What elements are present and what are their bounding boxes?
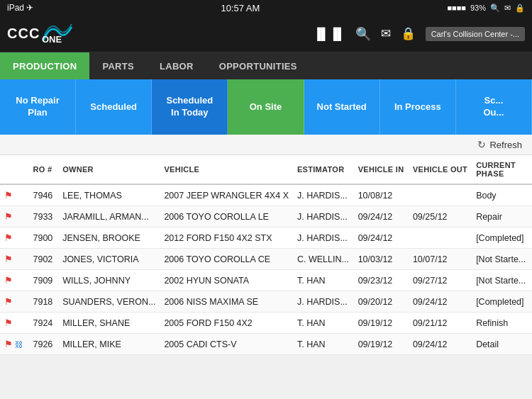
table-row[interactable]: ⚑7924MILLER, SHANE2005 FORD F150 4X2T. H… [0, 313, 532, 334]
wf-tile-scheduled-out[interactable]: Sc...Ou... [456, 79, 532, 135]
refresh-label: Refresh [489, 140, 522, 150]
ro-number: 7946 [29, 184, 59, 206]
col-header-vehicle: VEHICLE [160, 155, 293, 184]
vehicle-name: 2005 FORD F150 4X2 [160, 313, 293, 334]
vehicle-in-date: 10/08/12 [354, 184, 409, 206]
vehicle-name: 2007 JEEP WRANGLER 4X4 X [160, 184, 293, 206]
logo-wave-icon: ONE [40, 21, 79, 44]
ro-number: 7900 [29, 227, 59, 249]
vehicle-in-date: 09/20/12 [354, 291, 409, 313]
nav-tab-opportunities[interactable]: OPPORTUNITIES [206, 52, 310, 79]
vehicle-out-date [409, 227, 472, 249]
flag-icon: ⚑ [4, 232, 13, 243]
owner-name: JONES, VICTORIA [58, 249, 160, 270]
row-icons: ⚑ [0, 270, 29, 291]
col-header-vehicle-out: VEHICLE OUT [409, 155, 472, 184]
estimator-name: C. WELLIN... [293, 249, 354, 270]
battery-percent: 93% [470, 4, 486, 12]
vehicle-name: 2006 TOYO COROLLA LE [160, 206, 293, 227]
wf-tile-on-site[interactable]: On Site [228, 79, 304, 135]
vehicle-out-date: 09/25/12 [409, 206, 472, 227]
search-icon[interactable]: 🔍 [490, 4, 500, 13]
owner-name: WILLS, JOHNNY [58, 270, 160, 291]
mail-header-icon[interactable]: ✉ [381, 26, 391, 41]
refresh-button[interactable]: ↻ Refresh [477, 139, 522, 150]
ro-number: 7902 [29, 249, 59, 270]
vehicle-in-date: 10/03/12 [354, 249, 409, 270]
jobs-table: RO # OWNER VEHICLE ESTIMATOR VEHICLE IN … [0, 155, 532, 355]
col-header-phase: CURRENTPHASE [472, 155, 532, 184]
table-row[interactable]: ⚑ ⛓7926MILLER, MIKE2005 CADI CTS-VT. HAN… [0, 334, 532, 355]
vehicle-in-date: 09/23/12 [354, 270, 409, 291]
flag-icon: ⚑ [4, 317, 13, 328]
flag-icon: ⚑ [4, 296, 13, 307]
lock-header-icon[interactable]: 🔒 [401, 26, 416, 41]
table-row[interactable]: ⚑7909WILLS, JOHNNY2002 HYUN SONATAT. HAN… [0, 270, 532, 291]
row-icons: ⚑ ⛓ [0, 334, 29, 355]
col-header-ro-num: RO # [29, 155, 59, 184]
wf-tile-not-started[interactable]: Not Started [304, 79, 380, 135]
ro-number: 7933 [29, 206, 59, 227]
flag-icon: ⚑ [4, 254, 13, 264]
wf-tile-scheduled[interactable]: Scheduled [76, 79, 152, 135]
barcode-icon[interactable]: ▐▌▐▌ [313, 28, 345, 40]
flag-icon: ⚑ [4, 190, 13, 201]
nav-tab-parts[interactable]: PARTS [89, 52, 147, 79]
row-icons: ⚑ [0, 227, 29, 249]
owner-name: JARAMILL, ARMAN... [58, 206, 160, 227]
row-icons: ⚑ [0, 291, 29, 313]
owner-name: MILLER, SHANE [58, 313, 160, 334]
row-icons: ⚑ [0, 206, 29, 227]
row-icons: ⚑ [0, 184, 29, 206]
header-actions: ▐▌▐▌ 🔍 ✉ 🔒 Carl's Collision Center -... [313, 26, 525, 42]
estimator-name: J. HARDIS... [293, 206, 354, 227]
status-time: 10:57 AM [221, 3, 260, 13]
device-label: iPad ✈ [7, 3, 33, 13]
battery-bar-icon: ■■■■ [447, 4, 466, 12]
search-header-icon[interactable]: 🔍 [355, 26, 371, 42]
flag-icon: ⚑ [4, 339, 13, 349]
link-icon: ⛓ [15, 340, 23, 349]
store-label[interactable]: Carl's Collision Center -... [426, 27, 525, 41]
table-row[interactable]: ⚑7946LEE, THOMAS2007 JEEP WRANGLER 4X4 X… [0, 184, 532, 206]
logo-area: CCC ONE [7, 21, 79, 47]
table-row[interactable]: ⚑7933JARAMILL, ARMAN...2006 TOYO COROLLA… [0, 206, 532, 227]
table-toolbar: ↻ Refresh [0, 135, 532, 155]
vehicle-in-date: 09/19/12 [354, 334, 409, 355]
ro-number: 7918 [29, 291, 59, 313]
owner-name: LEE, THOMAS [58, 184, 160, 206]
vehicle-in-date: 09/24/12 [354, 227, 409, 249]
current-phase: [Completed] [472, 227, 532, 249]
ro-number: 7924 [29, 313, 59, 334]
nav-tab-labor[interactable]: LABOR [147, 52, 206, 79]
wf-tile-in-process[interactable]: In Process [380, 79, 456, 135]
table-header-row: RO # OWNER VEHICLE ESTIMATOR VEHICLE IN … [0, 155, 532, 184]
col-header-ro [0, 155, 29, 184]
lock-icon[interactable]: 🔒 [515, 4, 525, 13]
ro-number: 7909 [29, 270, 59, 291]
estimator-name: T. HAN [293, 270, 354, 291]
current-phase: Detail [472, 334, 532, 355]
vehicle-in-date: 09/19/12 [354, 313, 409, 334]
current-phase: Repair [472, 206, 532, 227]
current-phase: Refinish [472, 313, 532, 334]
table-area: ↻ Refresh RO # OWNER VEHICLE ESTIMATOR V… [0, 135, 532, 355]
vehicle-out-date: 09/24/12 [409, 334, 472, 355]
mail-icon[interactable]: ✉ [504, 4, 511, 13]
vehicle-out-date: 09/24/12 [409, 291, 472, 313]
workflow-strip: No Repair PlanScheduledScheduledIn Today… [0, 79, 532, 135]
vehicle-out-date: 10/07/12 [409, 249, 472, 270]
table-row[interactable]: ⚑7900JENSEN, BROOKE2012 FORD F150 4X2 ST… [0, 227, 532, 249]
row-icons: ⚑ [0, 313, 29, 334]
owner-name: SUANDERS, VERON... [58, 291, 160, 313]
table-row[interactable]: ⚑7918SUANDERS, VERON...2006 NISS MAXIMA … [0, 291, 532, 313]
nav-tab-production[interactable]: PRODUCTION [0, 52, 89, 79]
table-row[interactable]: ⚑7902JONES, VICTORIA2006 TOYO COROLLA CE… [0, 249, 532, 270]
status-right: ■■■■ 93% 🔍 ✉ 🔒 [447, 4, 525, 13]
owner-name: JENSEN, BROOKE [58, 227, 160, 249]
nav-tabs: PRODUCTIONPARTSLABOROPPORTUNITIES [0, 52, 532, 79]
current-phase: [Not Starte... [472, 249, 532, 270]
estimator-name: J. HARDIS... [293, 291, 354, 313]
wf-tile-scheduled-in-today[interactable]: ScheduledIn Today [152, 79, 228, 135]
wf-tile-no-repair-plan[interactable]: No Repair Plan [0, 79, 76, 135]
